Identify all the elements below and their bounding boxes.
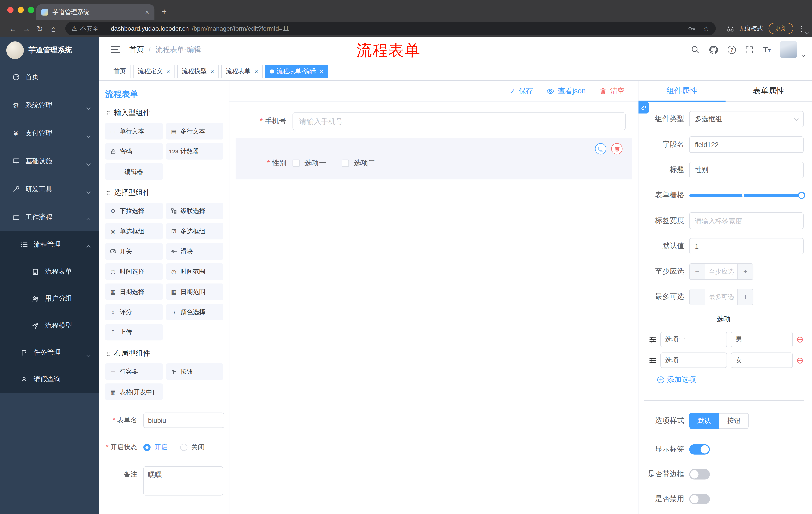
palette-item-switch[interactable]: 开关 bbox=[105, 243, 162, 260]
increase-button[interactable]: + bbox=[737, 264, 753, 279]
sidebar-item-infrastructure[interactable]: 基础设施 bbox=[0, 147, 99, 175]
form-grid-slider[interactable] bbox=[689, 187, 804, 204]
delete-component-button[interactable] bbox=[611, 143, 622, 154]
component-type-select[interactable]: 多选框组 bbox=[689, 111, 804, 128]
disabled-toggle[interactable] bbox=[689, 494, 710, 504]
gender-option-1-checkbox[interactable]: 选项一 bbox=[293, 159, 326, 168]
update-button[interactable]: 更新 bbox=[768, 23, 793, 34]
remove-option-icon[interactable]: ⊖ bbox=[796, 335, 804, 344]
style-default-button[interactable]: 默认 bbox=[689, 413, 719, 429]
field-gender-row-selected[interactable]: 性别 选项一 选项二 bbox=[236, 138, 632, 179]
label-width-input[interactable] bbox=[689, 213, 804, 229]
collapse-sidebar-icon[interactable] bbox=[111, 46, 120, 53]
palette-item-multi-line-text[interactable]: ▤ 多行文本 bbox=[166, 123, 223, 140]
palette-item-time-picker[interactable]: ◷ 时间选择 bbox=[105, 263, 162, 280]
password-key-icon[interactable] bbox=[688, 25, 696, 32]
palette-item-editor[interactable]: 编辑器 bbox=[105, 163, 162, 180]
sidebar-item-home[interactable]: 首页 bbox=[0, 63, 99, 91]
save-button[interactable]: ✓ 保存 bbox=[509, 86, 533, 96]
help-icon[interactable]: ? bbox=[728, 45, 736, 54]
panel-link-handle[interactable] bbox=[638, 102, 649, 113]
drag-handle-icon[interactable] bbox=[649, 336, 657, 344]
tag-home[interactable]: 首页 bbox=[109, 64, 130, 78]
sidebar-item-user-group[interactable]: 用户分组 bbox=[0, 285, 99, 312]
new-tab-button[interactable]: + bbox=[162, 7, 167, 16]
gender-option-2-checkbox[interactable]: 选项二 bbox=[342, 159, 375, 168]
tag-process-definition[interactable]: 流程定义 × bbox=[133, 64, 175, 78]
forward-icon[interactable]: → bbox=[20, 25, 33, 32]
palette-item-row-container[interactable]: ▭ 行容器 bbox=[105, 363, 162, 380]
tab-form-props[interactable]: 表单属性 bbox=[725, 81, 812, 101]
close-icon[interactable]: × bbox=[320, 67, 323, 75]
bookmark-star-icon[interactable]: ☆ bbox=[703, 24, 709, 33]
slider-handle[interactable] bbox=[798, 192, 805, 199]
sidebar-item-system[interactable]: ⚙ 系统管理 bbox=[0, 91, 99, 119]
search-icon[interactable] bbox=[691, 45, 700, 54]
github-icon[interactable] bbox=[709, 45, 718, 54]
palette-item-date-picker[interactable]: ▦ 日期选择 bbox=[105, 283, 162, 300]
slider-track[interactable] bbox=[689, 194, 804, 197]
palette-item-counter[interactable]: 123 计数器 bbox=[166, 143, 223, 160]
browser-menu-icon[interactable]: ⋮ bbox=[798, 24, 806, 33]
user-avatar[interactable] bbox=[780, 41, 797, 58]
security-label[interactable]: 不安全 bbox=[80, 24, 99, 33]
phone-input[interactable] bbox=[293, 112, 626, 130]
zoom-window-button[interactable] bbox=[28, 7, 34, 13]
title-input[interactable] bbox=[689, 162, 804, 178]
form-name-input[interactable] bbox=[143, 413, 224, 428]
option-value-input[interactable] bbox=[731, 332, 793, 347]
tab-component-props[interactable]: 组件属性 bbox=[638, 81, 725, 101]
field-name-input[interactable] bbox=[689, 136, 804, 153]
close-icon[interactable]: × bbox=[166, 67, 170, 75]
view-json-button[interactable]: 查看json bbox=[546, 86, 586, 96]
close-icon[interactable]: × bbox=[210, 67, 214, 75]
increase-button[interactable]: + bbox=[737, 289, 753, 305]
palette-item-color-picker[interactable]: ◑ 颜色选择 bbox=[166, 304, 223, 320]
palette-item-checkbox-group[interactable]: ☑ 多选框组 bbox=[166, 223, 223, 239]
address-bar[interactable]: ⚠ 不安全 dashboard.yudao.iocoder.cn /bpm/ma… bbox=[65, 22, 716, 35]
remove-option-icon[interactable]: ⊖ bbox=[796, 356, 804, 364]
sidebar-item-task-management[interactable]: 任务管理 bbox=[0, 339, 99, 366]
breadcrumb-home[interactable]: 首页 bbox=[129, 45, 144, 54]
clear-button[interactable]: 清空 bbox=[599, 86, 625, 96]
palette-item-cascader[interactable]: 级联选择 bbox=[166, 203, 223, 219]
drag-handle-icon[interactable] bbox=[649, 356, 657, 364]
status-on-radio[interactable]: 开启 bbox=[143, 442, 168, 452]
browser-dropdown-chevron-icon[interactable] bbox=[805, 26, 808, 36]
form-remark-textarea[interactable]: 嘿嘿 bbox=[143, 466, 223, 495]
palette-item-table[interactable]: ▦ 表格[开发中] bbox=[105, 383, 162, 400]
palette-item-radio-group[interactable]: ◉ 单选框组 bbox=[105, 223, 162, 239]
sidebar-item-dev-tools[interactable]: 研发工具 bbox=[0, 175, 99, 203]
back-icon[interactable]: ← bbox=[6, 25, 20, 32]
show-label-toggle[interactable] bbox=[689, 444, 710, 454]
copy-component-button[interactable] bbox=[595, 143, 606, 154]
decrease-button[interactable]: − bbox=[690, 264, 705, 279]
palette-item-single-line-text[interactable]: ▭ 单行文本 bbox=[105, 123, 162, 140]
home-icon[interactable]: ⌂ bbox=[47, 25, 60, 32]
status-off-radio[interactable]: 关闭 bbox=[180, 442, 204, 452]
palette-item-button[interactable]: 按钮 bbox=[166, 363, 223, 380]
palette-item-upload[interactable]: ↥ 上传 bbox=[105, 324, 162, 341]
decrease-button[interactable]: − bbox=[690, 289, 705, 305]
border-toggle[interactable] bbox=[689, 469, 710, 479]
tab-close-icon[interactable]: × bbox=[145, 8, 149, 16]
sidebar-item-leave-query[interactable]: 请假查询 bbox=[0, 366, 99, 393]
palette-item-password[interactable]: 密码 bbox=[105, 143, 162, 160]
option-value-input[interactable] bbox=[731, 353, 793, 368]
close-window-button[interactable] bbox=[7, 7, 13, 13]
max-select-value[interactable]: 最多可选 bbox=[705, 289, 737, 305]
option-label-input[interactable] bbox=[660, 332, 727, 347]
sidebar-item-workflow[interactable]: 工作流程 bbox=[0, 203, 99, 231]
palette-item-time-range[interactable]: ◷ 时间范围 bbox=[166, 263, 223, 280]
palette-item-rate[interactable]: ☆ 评分 bbox=[105, 304, 162, 320]
fullscreen-icon[interactable] bbox=[746, 45, 754, 54]
font-size-icon[interactable]: TT bbox=[763, 46, 771, 53]
tag-process-form[interactable]: 流程表单 × bbox=[221, 64, 263, 78]
palette-item-select[interactable]: ⊙ 下拉选择 bbox=[105, 203, 162, 219]
sidebar-item-payment[interactable]: ¥ 支付管理 bbox=[0, 119, 99, 147]
option-label-input[interactable] bbox=[660, 353, 727, 368]
reload-icon[interactable]: ↻ bbox=[33, 25, 47, 32]
browser-tab[interactable]: 芋道管理系统 × bbox=[36, 4, 154, 20]
sidebar-item-process-form[interactable]: 流程表单 bbox=[0, 258, 99, 285]
tag-process-form-edit[interactable]: 流程表单-编辑 × bbox=[265, 64, 328, 78]
